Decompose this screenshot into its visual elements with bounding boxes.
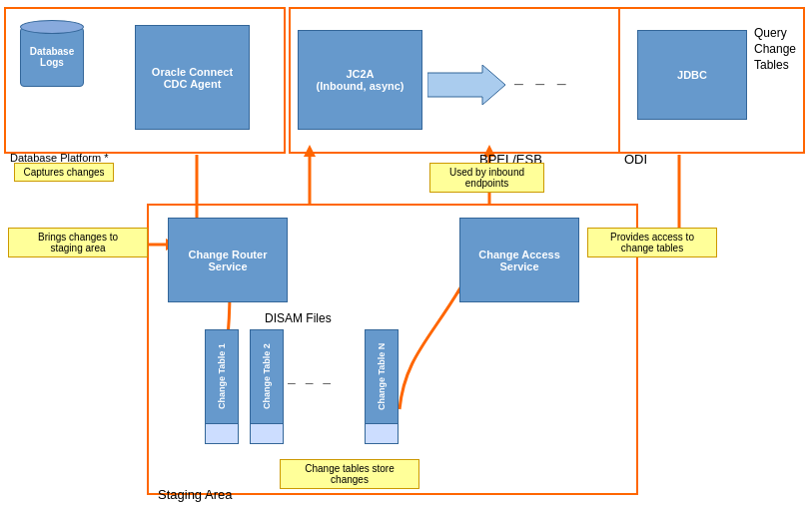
table-dashes: – – – xyxy=(288,374,334,390)
used-by-inbound-text: Used by inboundendpoints xyxy=(449,167,524,189)
change-table-1: Change Table 1 xyxy=(203,329,241,444)
jdbc-box: JDBC xyxy=(637,30,747,120)
brings-changes-text: Brings changes tostaging area xyxy=(38,232,118,254)
jdbc-label: JDBC xyxy=(677,69,707,81)
database-logs-label: DatabaseLogs xyxy=(30,46,74,68)
jc2a-box: JC2A(Inbound, async) xyxy=(298,30,422,130)
change-access-box: Change AccessService xyxy=(459,218,579,302)
oracle-connect-label: Oracle ConnectCDC Agent xyxy=(152,66,233,90)
captures-changes-text: Captures changes xyxy=(23,167,104,178)
cylinder-top xyxy=(20,20,84,34)
change-table-n: Change Table N xyxy=(363,329,401,444)
provides-access-label: Provides access tochange tables xyxy=(587,228,717,257)
provides-access-text: Provides access tochange tables xyxy=(610,232,694,254)
main-diagram: Database Platform * DatabaseLogs Oracle … xyxy=(0,0,812,508)
disam-files-label: DISAM Files xyxy=(265,311,332,325)
brings-changes-label: Brings changes tostaging area xyxy=(8,228,148,257)
change-access-label: Change AccessService xyxy=(478,249,560,272)
staging-area-label: Staging Area xyxy=(158,487,232,502)
odi-label: ODI xyxy=(624,152,647,167)
change-router-label: Change RouterService xyxy=(189,249,268,272)
jc2a-label: JC2A(Inbound, async) xyxy=(317,68,405,92)
change-router-box: Change RouterService xyxy=(168,218,288,302)
svg-marker-18 xyxy=(427,65,505,105)
bpel-dashes: – – – xyxy=(514,75,570,93)
used-by-inbound-label: Used by inboundendpoints xyxy=(429,163,544,193)
hollow-arrow xyxy=(427,65,507,107)
change-tables-store-text: Change tables storechanges xyxy=(305,463,395,485)
oracle-connect-box: Oracle ConnectCDC Agent xyxy=(135,25,250,130)
change-table-2: Change Table 2 xyxy=(248,329,286,444)
captures-changes-label: Captures changes xyxy=(14,163,114,182)
svg-marker-7 xyxy=(304,145,316,157)
database-logs: DatabaseLogs xyxy=(20,20,84,87)
change-tables-store-label: Change tables storechanges xyxy=(280,459,419,489)
cylinder-body: DatabaseLogs xyxy=(20,27,84,87)
query-change-tables-label: QueryChangeTables xyxy=(754,25,796,73)
